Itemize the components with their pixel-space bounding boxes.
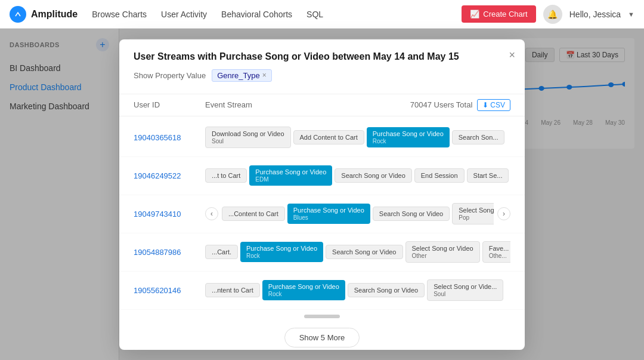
next-arrow[interactable]: › bbox=[497, 207, 510, 220]
nav-sql[interactable]: SQL bbox=[306, 7, 323, 21]
table-row: 19046249522 ...t to Cart Purchase Song o… bbox=[119, 157, 525, 195]
event-pill[interactable]: Download Song or Video Soul bbox=[205, 127, 291, 148]
nav-browse-charts[interactable]: Browse Charts bbox=[92, 7, 147, 21]
modal-header: User Streams with Purchase Song or Video… bbox=[119, 39, 525, 94]
topnav: Amplitude Browse Charts User Activity Be… bbox=[0, 0, 644, 29]
modal-title: User Streams with Purchase Song or Video… bbox=[134, 51, 510, 62]
event-pill[interactable]: ...Content to Cart bbox=[222, 207, 285, 221]
table-row: 19040365618 Download Song or Video Soul … bbox=[119, 119, 525, 157]
table-row: 19054887986 ...Cart. Purchase Song or Vi… bbox=[119, 233, 525, 272]
col-userid-header: User ID bbox=[134, 100, 205, 109]
download-icon: ⬇ bbox=[482, 101, 488, 109]
nav-right: 📈 Create Chart 🔔 Hello, Jessica ▼ bbox=[462, 5, 634, 24]
show-more-area: Show 5 More bbox=[119, 321, 525, 350]
events-container: ...Content to Cart Purchase Song or Vide… bbox=[222, 203, 494, 224]
event-pill[interactable]: Select Song or Vide... Soul bbox=[427, 279, 503, 301]
event-pill[interactable]: Select Song or Video Other bbox=[405, 241, 480, 263]
event-pill[interactable]: Fave... Othe... bbox=[482, 241, 510, 263]
event-pill[interactable]: ...Cart. bbox=[205, 245, 238, 259]
show-more-button[interactable]: Show 5 More bbox=[284, 328, 360, 347]
logo-text: Amplitude bbox=[31, 9, 78, 20]
modal-close-button[interactable]: × bbox=[509, 49, 515, 61]
user-id[interactable]: 19054887986 bbox=[134, 248, 205, 257]
csv-download-button[interactable]: ⬇ CSV bbox=[477, 99, 510, 111]
chevron-down-icon: ▼ bbox=[628, 11, 634, 18]
table-row: 19055620146 ...ntent to Cart Purchase So… bbox=[119, 272, 525, 310]
event-stream: ...Cart. Purchase Song or Video Rock Sea… bbox=[205, 241, 510, 263]
logo: Amplitude bbox=[10, 6, 78, 23]
chart-icon: 📈 bbox=[470, 10, 479, 19]
property-label: Show Property Value bbox=[134, 71, 206, 80]
property-tag-value: Genre_Type bbox=[217, 71, 260, 80]
event-pill[interactable]: Search Son... bbox=[452, 130, 505, 144]
svg-point-0 bbox=[14, 10, 22, 19]
tag-remove-button[interactable]: × bbox=[262, 71, 267, 79]
event-pill[interactable]: ...t to Cart bbox=[205, 168, 247, 183]
nav-user-activity[interactable]: User Activity bbox=[161, 7, 207, 21]
user-id[interactable]: 19055620146 bbox=[134, 286, 205, 295]
user-rows: 19040365618 Download Song or Video Soul … bbox=[119, 116, 525, 312]
event-pill[interactable]: End Session bbox=[414, 168, 465, 183]
event-stream: ‹ ...Content to Cart Purchase Song or Vi… bbox=[205, 203, 510, 224]
notification-button[interactable]: 🔔 bbox=[543, 5, 562, 24]
table-header: User ID Event Stream 70047 Users Total ⬇… bbox=[119, 94, 525, 116]
event-stream: Download Song or Video Soul Add Content … bbox=[205, 127, 510, 148]
event-pill[interactable]: Search Song or Video bbox=[348, 283, 425, 297]
events-container: Download Song or Video Soul Add Content … bbox=[205, 127, 510, 148]
event-stream: ...t to Cart Purchase Song or Video EDM … bbox=[205, 165, 510, 186]
create-chart-button[interactable]: 📈 Create Chart bbox=[462, 5, 535, 23]
user-id[interactable]: 19049743410 bbox=[134, 210, 205, 219]
events-container: ...ntent to Cart Purchase Song or Video … bbox=[205, 279, 510, 301]
event-pill[interactable]: Add Content to Cart bbox=[293, 130, 364, 144]
event-pill-highlight[interactable]: Purchase Song or Video EDM bbox=[249, 165, 332, 186]
user-greeting[interactable]: Hello, Jessica bbox=[569, 10, 621, 19]
user-id[interactable]: 19040365618 bbox=[134, 133, 205, 142]
nav-behavioral-cohorts[interactable]: Behavioral Cohorts bbox=[221, 7, 292, 21]
event-pill-highlight[interactable]: Purchase Song or Video Rock bbox=[240, 242, 323, 262]
user-id[interactable]: 19046249522 bbox=[134, 171, 205, 180]
col-total-header: 70047 Users Total ⬇ CSV bbox=[410, 99, 510, 111]
events-container: ...t to Cart Purchase Song or Video EDM … bbox=[205, 165, 510, 186]
event-pill-highlight[interactable]: Purchase Song or Video Rock bbox=[367, 127, 450, 147]
event-pill[interactable]: ...ntent to Cart bbox=[205, 283, 260, 297]
nav-links: Browse Charts User Activity Behavioral C… bbox=[92, 7, 462, 21]
event-pill-highlight[interactable]: Purchase Song or Video Blues bbox=[287, 204, 370, 224]
event-pill[interactable]: Start Se... bbox=[467, 168, 509, 183]
bell-icon: 🔔 bbox=[547, 10, 558, 19]
event-pill[interactable]: Select Song or Vid... Pop bbox=[452, 203, 494, 224]
scroll-bar[interactable] bbox=[304, 315, 340, 318]
col-eventstream-header: Event Stream bbox=[205, 100, 410, 109]
scroll-indicator bbox=[119, 312, 525, 321]
modal-overlay[interactable]: User Streams with Purchase Song or Video… bbox=[0, 29, 644, 360]
property-tag: Genre_Type × bbox=[212, 69, 272, 82]
table-row: 19049743410 ‹ ...Content to Cart Purchas… bbox=[119, 195, 525, 233]
event-pill-highlight[interactable]: Purchase Song or Video Rock bbox=[262, 280, 345, 300]
events-container: ...Cart. Purchase Song or Video Rock Sea… bbox=[205, 241, 510, 263]
logo-icon bbox=[10, 6, 26, 23]
prev-arrow[interactable]: ‹ bbox=[205, 207, 218, 220]
event-pill[interactable]: Search Song or Video bbox=[373, 207, 450, 221]
property-row: Show Property Value Genre_Type × bbox=[134, 69, 510, 82]
event-pill[interactable]: Search Song or Video bbox=[326, 245, 402, 259]
event-stream: ...ntent to Cart Purchase Song or Video … bbox=[205, 279, 510, 301]
event-pill[interactable]: Search Song or Video bbox=[335, 168, 411, 183]
modal: User Streams with Purchase Song or Video… bbox=[119, 39, 525, 350]
